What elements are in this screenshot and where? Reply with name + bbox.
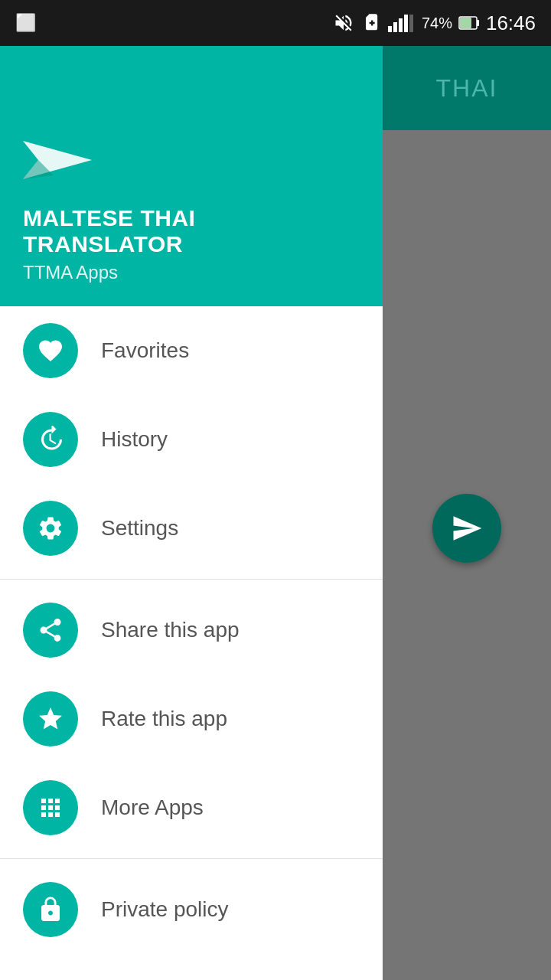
drawer-header: MALTESE THAI TRANSLATOR TTMA Apps: [0, 46, 383, 306]
menu-item-share[interactable]: Share this app: [0, 586, 383, 675]
svg-rect-1: [393, 22, 397, 32]
app-name: MALTESE THAI TRANSLATOR: [23, 205, 360, 257]
battery-text: 74%: [422, 15, 452, 32]
svg-rect-4: [409, 15, 413, 32]
divider-2: [0, 858, 383, 859]
history-label: History: [101, 427, 168, 452]
more-apps-icon-circle: [23, 780, 78, 835]
status-time: 16:46: [486, 11, 536, 35]
main-toolbar: THAI: [383, 46, 551, 130]
gear-icon: [37, 514, 64, 542]
divider-1: [0, 579, 383, 580]
menu-section-3: Private policy: [0, 865, 383, 954]
svg-rect-3: [404, 15, 408, 32]
svg-rect-2: [399, 18, 403, 32]
fab-translate-button[interactable]: [432, 494, 501, 563]
menu-item-settings[interactable]: Settings: [0, 484, 383, 573]
menu-item-rate[interactable]: Rate this app: [0, 675, 383, 763]
favorites-label: Favorites: [101, 338, 189, 363]
battery-icon: [458, 15, 480, 31]
share-icon-circle: [23, 603, 78, 658]
favorites-icon-circle: [23, 323, 78, 378]
status-bar-left-icons: ⬜: [15, 13, 36, 33]
screenshot-icon: ⬜: [15, 13, 36, 33]
privacy-label: Private policy: [101, 897, 229, 922]
settings-icon-circle: [23, 501, 78, 556]
main-content: [383, 130, 551, 980]
menu-item-privacy[interactable]: Private policy: [0, 865, 383, 954]
grid-icon: [37, 794, 64, 822]
sim-icon: [360, 12, 382, 34]
menu-item-more-apps[interactable]: More Apps: [0, 763, 383, 852]
signal-icon: [388, 12, 416, 34]
status-bar-right-icons: 74% 16:46: [333, 11, 536, 35]
send-icon: [451, 512, 483, 544]
menu-item-history[interactable]: History: [0, 395, 383, 484]
settings-label: Settings: [101, 516, 178, 541]
star-icon: [37, 705, 64, 733]
clock-icon: [37, 426, 64, 453]
toolbar-title: THAI: [436, 74, 498, 103]
mute-icon: [333, 12, 354, 34]
share-icon: [37, 616, 64, 644]
share-label: Share this app: [101, 618, 240, 642]
privacy-icon-circle: [23, 882, 78, 937]
app-layout: MALTESE THAI TRANSLATOR TTMA Apps Favori…: [0, 46, 551, 980]
main-panel: THAI: [383, 46, 551, 980]
history-icon-circle: [23, 412, 78, 467]
drawer-menu: Favorites History Settings: [0, 306, 383, 980]
menu-item-favorites[interactable]: Favorites: [0, 306, 383, 395]
svg-rect-6: [477, 20, 479, 26]
menu-section-1: Favorites History Settings: [0, 306, 383, 573]
menu-section-2: Share this app Rate this app More Apps: [0, 586, 383, 852]
company-name: TTMA Apps: [23, 262, 360, 283]
lock-icon: [37, 896, 64, 923]
rate-label: Rate this app: [101, 707, 227, 731]
heart-icon: [37, 337, 64, 364]
svg-rect-7: [460, 18, 471, 28]
app-logo: [23, 133, 360, 190]
status-bar: ⬜ 74% 16:46: [0, 0, 551, 46]
more-apps-label: More Apps: [101, 795, 204, 820]
navigation-drawer: MALTESE THAI TRANSLATOR TTMA Apps Favori…: [0, 46, 383, 980]
svg-rect-0: [388, 26, 392, 32]
rate-icon-circle: [23, 691, 78, 746]
